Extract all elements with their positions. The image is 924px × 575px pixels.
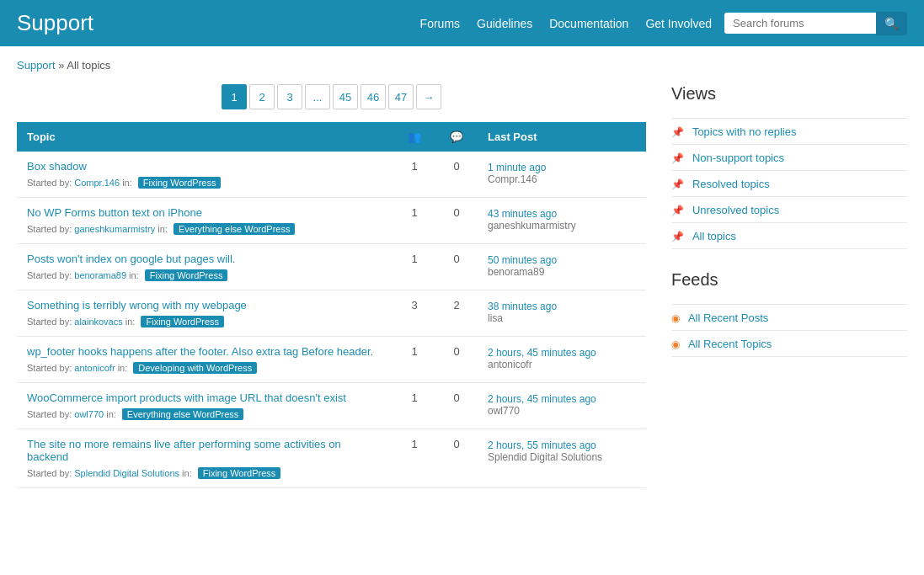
- search-button[interactable]: 🔍: [876, 12, 907, 35]
- topic-cell: No WP Forms button text on iPhone Starte…: [17, 198, 393, 244]
- last-post-time-link[interactable]: 50 minutes ago: [488, 254, 557, 266]
- breadcrumb: Support » All topics: [0, 46, 924, 84]
- last-post-author: owl770: [488, 405, 636, 417]
- topic-title-link[interactable]: WooCommerce import products with image U…: [27, 391, 383, 404]
- list-item: 📌 Topics with no replies: [671, 118, 907, 145]
- topic-cell: The site no more remains live after perf…: [17, 429, 393, 488]
- views-count: 0: [435, 152, 478, 198]
- page-2[interactable]: 2: [249, 84, 275, 109]
- views-count: 0: [435, 383, 478, 429]
- breadcrumb-support-link[interactable]: Support: [17, 59, 56, 72]
- col-last-post: Last Post: [478, 122, 646, 152]
- topic-cell: Something is terribly wrong with my webp…: [17, 290, 393, 337]
- last-post-cell: 38 minutes ago lisa: [478, 290, 646, 337]
- feeds-recent-topics[interactable]: All Recent Topics: [688, 338, 772, 350]
- last-post-time-link[interactable]: 1 minute ago: [488, 162, 546, 173]
- replies-count: 1: [393, 152, 435, 198]
- breadcrumb-separator: »: [56, 59, 67, 72]
- search-input[interactable]: [724, 13, 876, 34]
- last-post-time-link[interactable]: 2 hours, 55 minutes ago: [488, 439, 596, 451]
- views-all-topics[interactable]: All topics: [692, 230, 736, 242]
- feed-icon-1: ◉: [671, 338, 680, 350]
- last-post-time-link[interactable]: 43 minutes ago: [488, 208, 557, 220]
- topic-meta: Started by: ganeshkumarmistry in: Everyt…: [27, 224, 295, 234]
- list-item: 📌 Unresolved topics: [671, 197, 907, 223]
- views-non-support[interactable]: Non-support topics: [692, 152, 784, 164]
- topic-author-link[interactable]: ganeshkumarmistry: [74, 224, 155, 234]
- views-section: Views 📌 Topics with no replies 📌 Non-sup…: [671, 84, 907, 249]
- feeds-section: Feeds ◉ All Recent Posts ◉ All Recent To…: [671, 270, 907, 357]
- replies-count: 1: [393, 383, 435, 429]
- topic-author-link[interactable]: owl770: [74, 409, 104, 419]
- topic-author-link[interactable]: benorama89: [74, 270, 126, 280]
- table-row: wp_footer hooks happens after the footer…: [17, 337, 646, 383]
- topic-meta: Started by: Splendid Digital Solutions i…: [27, 468, 280, 478]
- nav-documentation[interactable]: Documentation: [549, 17, 628, 30]
- col-replies: 👥: [393, 122, 435, 152]
- replies-count: 1: [393, 198, 435, 244]
- topic-title-link[interactable]: The site no more remains live after perf…: [27, 438, 383, 463]
- replies-icon: 👥: [408, 130, 421, 143]
- topic-author-link[interactable]: Splendid Digital Solutions: [74, 468, 179, 478]
- views-count: 0: [435, 198, 478, 244]
- page-47[interactable]: 47: [388, 84, 414, 109]
- nav-guidelines[interactable]: Guidelines: [477, 17, 532, 30]
- topic-cell: Posts won't index on google but pages wi…: [17, 244, 393, 290]
- topic-title-link[interactable]: No WP Forms button text on iPhone: [27, 206, 383, 219]
- topic-cell: Box shadow Started by: Compr.146 in: Fix…: [17, 152, 393, 198]
- topic-meta: Started by: owl770 in: Everything else W…: [27, 409, 243, 419]
- topic-meta: Started by: antonicofr in: Developing wi…: [27, 363, 257, 373]
- last-post-time-link[interactable]: 38 minutes ago: [488, 301, 557, 312]
- views-icon: 💬: [450, 130, 463, 143]
- page-46[interactable]: 46: [361, 84, 386, 109]
- topic-author-link[interactable]: Compr.146: [74, 178, 120, 188]
- topic-tag: Fixing WordPress: [141, 316, 224, 327]
- feed-icon-0: ◉: [671, 312, 680, 324]
- views-topics-no-replies[interactable]: Topics with no replies: [692, 125, 797, 138]
- views-count: 0: [435, 244, 478, 290]
- last-post-author: Compr.146: [488, 173, 636, 185]
- last-post-time-link[interactable]: 2 hours, 45 minutes ago: [488, 393, 596, 405]
- replies-count: 1: [393, 244, 435, 290]
- page-ellipsis: ...: [305, 84, 330, 109]
- topic-title-link[interactable]: Posts won't index on google but pages wi…: [27, 253, 383, 265]
- last-post-cell: 2 hours, 45 minutes ago antonicofr: [478, 337, 646, 383]
- views-resolved[interactable]: Resolved topics: [692, 178, 770, 190]
- topic-meta: Started by: benorama89 in: Fixing WordPr…: [27, 270, 227, 280]
- views-list: 📌 Topics with no replies 📌 Non-support t…: [671, 118, 907, 249]
- topic-author-link[interactable]: antonicofr: [74, 363, 115, 373]
- nav-forums[interactable]: Forums: [420, 17, 460, 30]
- topic-meta: Started by: Compr.146 in: Fixing WordPre…: [27, 178, 221, 188]
- pin-icon-3: 📌: [671, 205, 684, 216]
- topic-title-link[interactable]: Box shadow: [27, 160, 383, 173]
- topic-title-link[interactable]: wp_footer hooks happens after the footer…: [27, 345, 383, 358]
- last-post-author: Splendid Digital Solutions: [488, 451, 636, 463]
- views-unresolved[interactable]: Unresolved topics: [692, 204, 779, 216]
- pagination: 1 2 3 ... 45 46 47 →: [17, 84, 646, 109]
- page-3[interactable]: 3: [277, 84, 302, 109]
- page-next[interactable]: →: [416, 84, 441, 109]
- page-45[interactable]: 45: [333, 84, 358, 109]
- last-post-author: ganeshkumarmistry: [488, 220, 636, 232]
- topic-cell: wp_footer hooks happens after the footer…: [17, 337, 393, 383]
- last-post-time-link[interactable]: 2 hours, 45 minutes ago: [488, 347, 596, 359]
- topic-author-link[interactable]: alainkovacs: [74, 317, 122, 327]
- page-1[interactable]: 1: [222, 84, 247, 109]
- views-heading: Views: [671, 84, 907, 108]
- last-post-cell: 50 minutes ago benorama89: [478, 244, 646, 290]
- topic-title-link[interactable]: Something is terribly wrong with my webp…: [27, 299, 383, 311]
- site-title: Support: [17, 10, 93, 36]
- pin-icon-2: 📌: [671, 178, 684, 190]
- feeds-recent-posts[interactable]: All Recent Posts: [688, 311, 768, 324]
- pin-icon-1: 📌: [671, 152, 684, 164]
- views-count: 2: [435, 290, 478, 337]
- topic-tag: Everything else WordPress: [122, 408, 243, 420]
- col-topic: Topic: [17, 122, 393, 152]
- topic-tag: Fixing WordPress: [198, 467, 281, 479]
- views-count: 0: [435, 429, 478, 488]
- topic-meta: Started by: alainkovacs in: Fixing WordP…: [27, 317, 224, 327]
- nav-get-involved[interactable]: Get Involved: [645, 17, 712, 30]
- topic-tag: Fixing WordPress: [138, 177, 222, 189]
- topic-tag: Fixing WordPress: [145, 269, 228, 281]
- pin-icon-0: 📌: [671, 126, 684, 138]
